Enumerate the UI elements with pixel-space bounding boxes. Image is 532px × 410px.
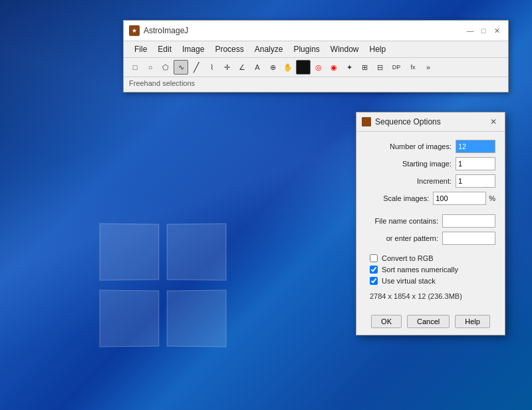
scale-images-row: Scale images: % [366, 192, 495, 205]
pattern-row: or enter pattern: [366, 232, 495, 245]
toolbar: □ ○ ⬠ ∿ ╱ ⌇ ✛ ∠ A ⊕ ✋ ■ ◎ ◉ ✦ ⊞ ⊟ DP fx … [124, 58, 508, 77]
starting-image-label: Starting image: [366, 160, 456, 168]
increment-row: Increment: [366, 174, 495, 188]
pattern-label: or enter pattern: [366, 234, 442, 242]
win-pane-br [167, 290, 227, 347]
info-text: 2784 x 1854 x 12 (236.3MB) [366, 288, 495, 303]
menu-edit[interactable]: Edit [152, 43, 177, 56]
convert-rgb-row: Convert to RGB [366, 254, 495, 262]
starting-image-input[interactable] [456, 157, 495, 170]
desktop: ★ AstroImageJ — □ ✕ File Edit Image Proc… [0, 0, 532, 410]
tool-fx[interactable]: fx [406, 60, 420, 75]
increment-input[interactable] [456, 174, 495, 188]
dialog-icon [362, 117, 371, 126]
menu-image[interactable]: Image [177, 43, 209, 56]
scale-images-input[interactable] [433, 192, 486, 205]
scale-images-label: Scale images: [366, 194, 433, 202]
tool-magnify[interactable]: ⊕ [265, 60, 280, 75]
sequence-options-dialog: Sequence Options ✕ Number of images: Sta… [356, 112, 505, 335]
win-pane-bl [100, 290, 160, 347]
num-images-input[interactable] [456, 140, 495, 153]
menu-process[interactable]: Process [209, 43, 249, 56]
tool-dp[interactable]: DP [388, 60, 405, 75]
virtual-stack-label[interactable]: Use virtual stack [382, 277, 436, 285]
ok-button[interactable]: OK [371, 315, 402, 328]
increment-label: Increment: [366, 177, 456, 185]
menu-file[interactable]: File [129, 43, 152, 56]
aij-app-icon: ★ [129, 25, 140, 36]
tool-freehand[interactable]: ∿ [174, 60, 188, 75]
status-text: Freehand selections [129, 79, 195, 87]
menu-analyze[interactable]: Analyze [249, 43, 289, 56]
close-button[interactable]: ✕ [491, 25, 503, 37]
num-images-row: Number of images: [366, 140, 495, 153]
tool-grid[interactable]: ⊞ [357, 60, 372, 75]
tool-oval[interactable]: ○ [143, 60, 158, 75]
dialog-title-left: Sequence Options [362, 117, 441, 126]
filename-label: File name contains: [366, 217, 442, 225]
dialog-title-text: Sequence Options [375, 117, 441, 126]
dialog-close-button[interactable]: ✕ [487, 116, 499, 128]
dialog-content: Number of images: Starting image: Increm… [356, 132, 505, 311]
tool-hand[interactable]: ✋ [281, 60, 295, 75]
tool-color2[interactable]: ◉ [327, 60, 341, 75]
aij-title-text: AstroImageJ [144, 26, 188, 35]
maximize-button[interactable]: □ [477, 25, 489, 37]
win-pane-tr [167, 223, 227, 280]
cancel-button[interactable]: Cancel [407, 315, 450, 328]
percent-label: % [489, 194, 495, 202]
tool-probe[interactable]: ■ [296, 60, 311, 75]
virtual-stack-checkbox[interactable] [370, 277, 378, 285]
tool-bars[interactable]: ⊟ [372, 60, 387, 75]
num-images-label: Number of images: [366, 142, 456, 150]
starting-image-row: Starting image: [366, 157, 495, 170]
tool-more[interactable]: » [421, 60, 436, 75]
tool-rectangle[interactable]: □ [128, 60, 142, 75]
menu-bar: File Edit Image Process Analyze Plugins … [124, 41, 508, 58]
dialog-titlebar: Sequence Options ✕ [356, 112, 505, 132]
pattern-input[interactable] [442, 232, 495, 245]
aij-title-left: ★ AstroImageJ [129, 25, 188, 36]
convert-rgb-label[interactable]: Convert to RGB [382, 254, 434, 262]
help-button[interactable]: Help [455, 315, 490, 328]
status-bar: Freehand selections [124, 77, 508, 92]
aij-titlebar: ★ AstroImageJ — □ ✕ [124, 21, 508, 41]
tool-text[interactable]: A [250, 60, 265, 75]
aij-window-controls: — □ ✕ [464, 25, 503, 37]
convert-rgb-checkbox[interactable] [370, 254, 378, 262]
tool-arrow[interactable]: ✛ [219, 60, 234, 75]
dialog-buttons: OK Cancel Help [356, 311, 505, 335]
sort-names-row: Sort names numerically [366, 266, 495, 274]
sort-names-checkbox[interactable] [370, 266, 378, 274]
windows-logo [100, 224, 233, 357]
tool-color1[interactable]: ◎ [311, 60, 326, 75]
filename-input[interactable] [442, 214, 495, 228]
menu-window[interactable]: Window [325, 43, 364, 56]
aij-main-window: ★ AstroImageJ — □ ✕ File Edit Image Proc… [123, 20, 509, 93]
minimize-button[interactable]: — [464, 25, 476, 37]
menu-plugins[interactable]: Plugins [288, 43, 325, 56]
tool-straight-line[interactable]: ╱ [189, 60, 203, 75]
tool-wand[interactable]: ✦ [342, 60, 356, 75]
virtual-stack-row: Use virtual stack [366, 277, 495, 285]
menu-help[interactable]: Help [364, 43, 392, 56]
tool-polygon[interactable]: ⬠ [158, 60, 173, 75]
tool-segmented-line[interactable]: ⌇ [204, 60, 219, 75]
tool-angle[interactable]: ∠ [235, 60, 249, 75]
filename-row: File name contains: [366, 214, 495, 228]
win-pane-tl [100, 223, 160, 280]
sort-names-label[interactable]: Sort names numerically [382, 266, 458, 274]
